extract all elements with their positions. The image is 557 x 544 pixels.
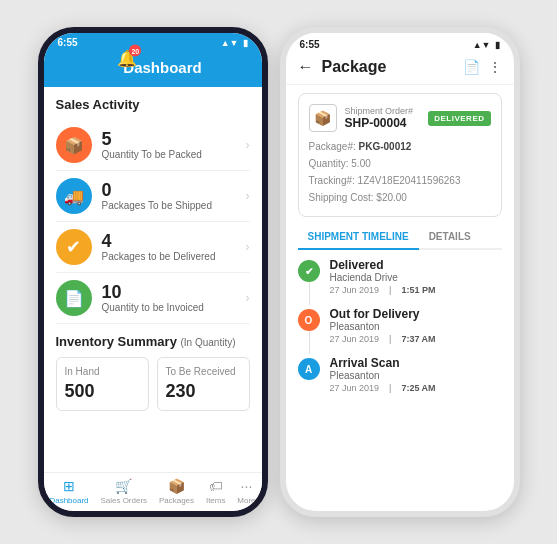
timeline-dot-0: ✔ [298,260,320,282]
tl-location-1: Pleasanton [330,321,436,332]
delivered-count: 4 [102,232,216,252]
activity-item-1[interactable]: 🚚 0 Packages To be Shipped › [56,171,250,222]
qty-label: Quantity: [309,158,349,169]
package-info-box: 📦 Shipment Order# SHP-00004 DELIVERED Pa… [298,93,502,217]
tl-date-0: 27 Jun 2019 [330,285,380,295]
invoiced-label: Quantity to be Invoiced [102,302,204,313]
shipping-cost-value: $20.00 [376,192,407,203]
activity-item-3[interactable]: 📄 10 Quantity to be Invoiced › [56,273,250,324]
inventory-title: Inventory Summary (In Quantity) [56,334,250,349]
arrow-icon-1: › [246,189,250,203]
nav-items-label: Items [206,496,226,505]
packed-icon: 📦 [56,127,92,163]
inventory-cards: In Hand 500 To Be Received 230 [56,357,250,411]
inventory-inhand: In Hand 500 [56,357,149,411]
dashboard-header: 🔔 20 Dashboard [44,52,262,87]
time-left: 6:55 [58,37,78,48]
back-button[interactable]: ← [298,58,314,76]
activity-item-0[interactable]: 📦 5 Quantity To be Packed › [56,120,250,171]
delivered-label: Packages to be Delivered [102,251,216,262]
detail-tabs: SHIPMENT TIMELINE DETAILS [298,225,502,250]
arrow-icon-2: › [246,240,250,254]
status-bar-left: 6:55 ▲▼ ▮ [44,33,262,52]
tl-status-2: Arrival Scan [330,356,436,370]
nav-dashboard-label: Dashboard [49,496,88,505]
toreceive-label: To Be Received [166,366,241,377]
package-details: Package#: PKG-00012 Quantity: 5.00 Track… [309,138,491,206]
notification-badge: 20 [129,45,141,57]
sales-nav-icon: 🛒 [115,478,132,494]
bell-button[interactable]: 🔔 20 [117,49,137,68]
shipped-icon: 🚚 [56,178,92,214]
document-icon[interactable]: 📄 [463,59,480,75]
timeline-dot-2: A [298,358,320,380]
qty-value: 5.00 [351,158,370,169]
activity-item-2[interactable]: ✔ 4 Packages to be Delivered › [56,222,250,273]
delivered-icon: ✔ [56,229,92,265]
battery-icon-left: ▮ [243,38,248,48]
delivered-badge: DELIVERED [428,111,490,126]
arrow-icon-0: › [246,138,250,152]
nav-packages-label: Packages [159,496,194,505]
package-title: Package [322,58,463,76]
timeline-item-2: A Arrival Scan Pleasanton 27 Jun 2019 | … [298,356,502,393]
timeline-divider-0 [309,282,310,305]
tl-status-1: Out for Delivery [330,307,436,321]
nav-dashboard[interactable]: ⊞ Dashboard [49,478,88,505]
packages-nav-icon: 📦 [168,478,185,494]
dashboard-nav-icon: ⊞ [63,478,75,494]
packed-count: 5 [102,130,202,150]
sales-activity-title: Sales Activity [56,97,250,112]
shipping-cost-label: Shipping Cost: [309,192,374,203]
shipped-count: 0 [102,181,212,201]
timeline-divider-1 [309,331,310,354]
status-bar-right: 6:55 ▲▼ ▮ [286,33,514,52]
tracking-label: Tracking#: [309,175,355,186]
timeline-item-0: ✔ Delivered Hacienda Drive 27 Jun 2019 |… [298,258,502,295]
more-options-icon[interactable]: ⋮ [488,59,502,75]
tl-time-1: 7:37 AM [401,334,435,344]
items-nav-icon: 🏷 [209,478,223,494]
signal-icon: ▲▼ [473,40,491,50]
more-nav-icon: ··· [241,478,253,494]
shipped-label: Packages To be Shipped [102,200,212,211]
invoiced-icon: 📄 [56,280,92,316]
tl-status-0: Delivered [330,258,436,272]
pkg-label: Package#: [309,141,356,152]
shipment-box-icon: 📦 [309,104,337,132]
nav-sales-orders[interactable]: 🛒 Sales Orders [100,478,147,505]
shipment-order-label: Shipment Order# [345,106,414,116]
tl-location-2: Pleasanton [330,370,436,381]
timeline-item-1: O Out for Delivery Pleasanton 27 Jun 201… [298,307,502,344]
inventory-section: Inventory Summary (In Quantity) In Hand … [56,334,250,411]
inhand-value: 500 [65,381,140,402]
invoiced-count: 10 [102,283,204,303]
nav-packages[interactable]: 📦 Packages [159,478,194,505]
package-header: ← Package 📄 ⋮ [286,52,514,85]
toreceive-value: 230 [166,381,241,402]
nav-more[interactable]: ··· More [237,478,255,505]
arrow-icon-3: › [246,291,250,305]
wifi-icon: ▲▼ [221,38,239,48]
nav-items[interactable]: 🏷 Items [206,478,226,505]
tl-date-2: 27 Jun 2019 [330,383,380,393]
tl-date-1: 27 Jun 2019 [330,334,380,344]
tab-details[interactable]: DETAILS [419,225,481,250]
nav-sales-label: Sales Orders [100,496,147,505]
shipment-order-number: SHP-00004 [345,116,414,130]
time-right: 6:55 [300,39,320,50]
bottom-nav: ⊞ Dashboard 🛒 Sales Orders 📦 Packages 🏷 … [44,472,262,511]
right-phone: 6:55 ▲▼ ▮ ← Package 📄 ⋮ 📦 Shipment Order… [280,27,520,517]
timeline-dot-1: O [298,309,320,331]
tracking-value: 1Z4V18E20411596263 [358,175,461,186]
tl-time-2: 7:25 AM [401,383,435,393]
activity-list: 📦 5 Quantity To be Packed › 🚚 0 Packages… [56,120,250,324]
left-phone: 6:55 ▲▼ ▮ 🔔 20 Dashboard Sales Activity … [38,27,268,517]
nav-more-label: More [237,496,255,505]
packed-label: Quantity To be Packed [102,149,202,160]
tl-time-0: 1:51 PM [401,285,435,295]
tl-location-0: Hacienda Drive [330,272,436,283]
inhand-label: In Hand [65,366,140,377]
header-icons: 📄 ⋮ [463,59,502,75]
tab-shipment-timeline[interactable]: SHIPMENT TIMELINE [298,225,419,250]
